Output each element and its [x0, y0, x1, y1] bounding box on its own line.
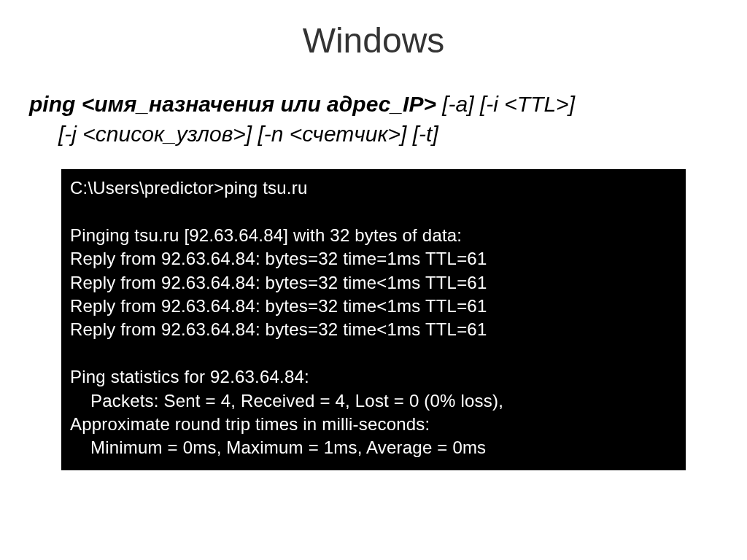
- terminal-blank: [70, 200, 677, 223]
- syntax-command-bold: ping <имя_назначения или адрес_IP>: [29, 92, 436, 116]
- terminal-rtt-values: Minimum = 0ms, Maximum = 1ms, Average = …: [70, 436, 677, 459]
- terminal-reply-line: Reply from 92.63.64.84: bytes=32 time<1m…: [70, 271, 677, 295]
- terminal-ping-header: Pinging tsu.ru [92.63.64.84] with 32 byt…: [70, 224, 677, 247]
- terminal-stats-header: Ping statistics for 92.63.64.84:: [70, 365, 677, 389]
- syntax-options-2: [-j <список_узлов>] [-n <счетчик>] [-t]: [29, 120, 718, 149]
- command-syntax: ping <имя_назначения или адрес_IP> [-a] …: [0, 90, 747, 149]
- terminal-output: C:\Users\predictor>ping tsu.ru Pinging t…: [61, 169, 686, 470]
- terminal-rtt-header: Approximate round trip times in milli-se…: [70, 413, 677, 436]
- terminal-packets-line: Packets: Sent = 4, Received = 4, Lost = …: [70, 389, 677, 413]
- terminal-reply-line: Reply from 92.63.64.84: bytes=32 time=1m…: [70, 247, 677, 271]
- syntax-options-1: [-a] [-i <TTL>]: [436, 92, 575, 116]
- terminal-prompt-line: C:\Users\predictor>ping tsu.ru: [70, 176, 677, 200]
- terminal-reply-line: Reply from 92.63.64.84: bytes=32 time<1m…: [70, 295, 677, 318]
- terminal-reply-line: Reply from 92.63.64.84: bytes=32 time<1m…: [70, 318, 677, 341]
- terminal-blank: [70, 342, 677, 365]
- page-title: Windows: [0, 20, 747, 61]
